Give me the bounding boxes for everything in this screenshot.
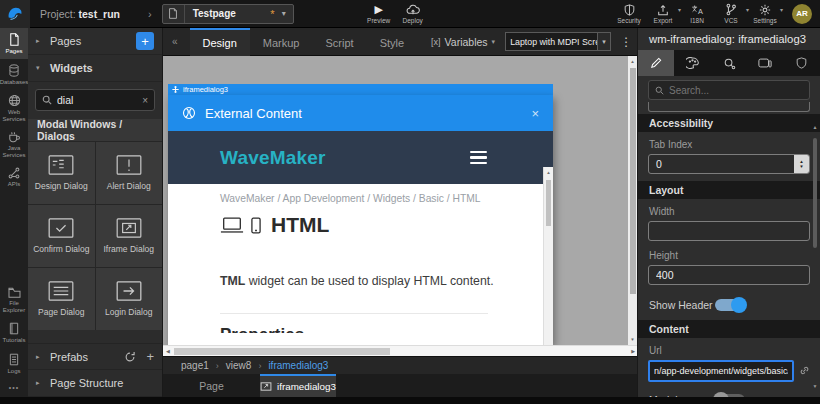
rail-item-java-services[interactable]: Java Services — [0, 126, 28, 162]
clear-search-icon[interactable]: × — [142, 95, 148, 106]
device-tab[interactable] — [747, 50, 783, 76]
wavemaker-logo-icon[interactable] — [0, 0, 30, 28]
width-label: Width — [649, 206, 809, 217]
rail-item-tutorials[interactable]: Tutorials — [0, 317, 28, 348]
inspector-scrollbar[interactable]: ▲ ▼ — [811, 106, 819, 387]
iframe-dialog-widget[interactable]: External Content × WaveMaker WaveMaker /… — [168, 95, 553, 345]
dialog-title: External Content — [205, 106, 302, 121]
page-icon — [163, 5, 185, 23]
canvas-vertical-scrollbar[interactable]: ▲ ▼ — [628, 56, 637, 345]
tab-index-field: ▲ ▼ — [648, 154, 810, 174]
rail-item-pages[interactable]: Pages — [0, 28, 28, 59]
preview-button[interactable]: ▶ Preview — [362, 0, 396, 28]
widgets-section-header[interactable]: ▾ Widgets — [28, 55, 162, 82]
device-selector[interactable]: Laptop with MDPI Screen ▾ — [505, 32, 611, 51]
wavemaker-ide: Project: test_run › Testpage * ▾ ▶ Previ… — [0, 0, 820, 404]
link-icon[interactable] — [799, 365, 810, 376]
tab-markup[interactable]: Markup — [250, 28, 313, 56]
widget-search-input[interactable] — [57, 94, 137, 106]
tab-index-input[interactable] — [648, 154, 810, 174]
settings-button[interactable]: Settings ▾ — [748, 0, 782, 28]
i18n-icon: A — [691, 4, 704, 16]
search-icon — [655, 86, 664, 95]
widget-iframe-dialog[interactable]: Iframe Dialog — [96, 205, 163, 267]
security-button[interactable]: Security — [612, 0, 646, 28]
styles-tab[interactable] — [674, 50, 710, 76]
dialog-close-icon[interactable]: × — [531, 106, 539, 121]
url-input[interactable] — [648, 360, 794, 382]
height-input[interactable] — [648, 265, 810, 285]
docs-divider — [220, 313, 488, 314]
page-structure-section-header[interactable]: ▸ Page Structure — [28, 370, 162, 397]
vcs-button[interactable]: VCS ▾ — [714, 0, 748, 28]
export-icon — [657, 4, 669, 16]
tab-iframedialog3[interactable]: iframedialog3 — [260, 374, 336, 397]
device-icon — [758, 58, 772, 68]
i18n-button[interactable]: A I18N — [680, 0, 714, 28]
docs-brand: WaveMaker — [220, 147, 326, 169]
widget-confirm-dialog[interactable]: Confirm Dialog — [28, 205, 95, 267]
dialog-header: External Content × — [168, 95, 553, 131]
rail-item-web-services[interactable]: Web Services — [0, 89, 28, 126]
mode-tabs: Design Markup Script Style — [190, 28, 418, 56]
project-name: Project: test_run — [40, 8, 120, 20]
export-button[interactable]: Export ▾ — [646, 0, 680, 28]
add-prefab-icon[interactable]: + — [146, 349, 154, 364]
widget-alert-dialog[interactable]: Alert Dialog — [96, 142, 163, 204]
top-bar: Project: test_run › Testpage * ▾ ▶ Previ… — [0, 0, 820, 28]
phone-icon — [251, 217, 261, 234]
page-selector[interactable]: Testpage * ▾ — [162, 4, 294, 24]
show-header-toggle[interactable] — [715, 299, 745, 311]
breadcrumb-page1[interactable]: page1 — [181, 360, 209, 371]
play-icon: ▶ — [374, 4, 382, 16]
tab-page[interactable]: Page — [180, 374, 243, 397]
breadcrumb-iframedialog3[interactable]: iframedialog3 — [268, 360, 328, 371]
docs-breadcrumb: WaveMaker / App Development / Widgets / … — [220, 193, 553, 204]
laptop-icon — [220, 217, 244, 234]
inspector-tabs — [638, 50, 820, 76]
pencil-icon — [650, 57, 662, 69]
rail-item-logs[interactable]: Logs — [0, 348, 28, 379]
refresh-prefabs-icon[interactable] — [124, 351, 136, 363]
rail-item-file-explorer[interactable]: File Explorer — [0, 282, 28, 317]
tab-index-stepper[interactable]: ▲ ▼ — [794, 155, 809, 173]
canvas-horizontal-scrollbar[interactable]: ◀ ▶ — [163, 345, 637, 356]
add-page-button[interactable]: + — [136, 32, 154, 50]
more-options-icon[interactable]: ⋮ — [620, 35, 632, 49]
inspector-search-input[interactable] — [669, 85, 803, 96]
properties-tab[interactable] — [638, 50, 674, 76]
iframe-vertical-scrollbar[interactable]: ▲ — [543, 167, 553, 345]
rail-item-apis[interactable]: APIs — [0, 162, 28, 192]
docs-paragraph: TML widget can be used to display HTML c… — [220, 274, 553, 288]
show-header-row: Show Header — [649, 297, 809, 313]
tab-style[interactable]: Style — [367, 28, 417, 56]
width-input[interactable] — [648, 221, 810, 241]
tab-script[interactable]: Script — [313, 28, 367, 56]
deploy-button[interactable]: Deploy — [396, 0, 430, 28]
hamburger-menu-icon[interactable] — [470, 151, 487, 164]
collapse-left-panel-icon[interactable]: « — [168, 36, 182, 47]
rail-more-icon[interactable]: ••• — [0, 378, 28, 397]
tab-design[interactable]: Design — [190, 28, 250, 56]
docs-clipped-heading: Properties — [220, 325, 553, 333]
design-canvas[interactable]: iframedialog3 External Content × WaveMak… — [163, 56, 637, 356]
variables-chevron-icon: ▾ — [492, 38, 496, 46]
width-field — [648, 221, 810, 241]
shield-outline-icon — [796, 57, 807, 69]
pages-section-header[interactable]: ▸ Pages + — [28, 28, 162, 55]
breadcrumb-view8[interactable]: view8 — [226, 360, 252, 371]
selected-widget-tag[interactable]: iframedialog3 — [168, 84, 553, 95]
security-tab[interactable] — [784, 50, 820, 76]
export-chevron-icon: ▾ — [678, 6, 681, 13]
rail-item-databases[interactable]: Databases — [0, 59, 28, 90]
prefabs-section-header[interactable]: ▸ Prefabs + — [28, 343, 162, 370]
widget-page-dialog[interactable]: Page Dialog — [28, 268, 95, 330]
widget-login-dialog[interactable]: Login Dialog — [96, 268, 163, 330]
search-icon — [42, 95, 52, 105]
widget-design-dialog[interactable]: Design Dialog — [28, 142, 95, 204]
iframe-dialog-tab-icon — [260, 382, 272, 391]
inspect-tab[interactable] — [711, 50, 747, 76]
variables-button[interactable]: [x] Variables ▾ — [431, 36, 495, 48]
user-avatar[interactable]: AR — [792, 4, 812, 24]
clipped-input-above-scroll — [648, 102, 810, 112]
